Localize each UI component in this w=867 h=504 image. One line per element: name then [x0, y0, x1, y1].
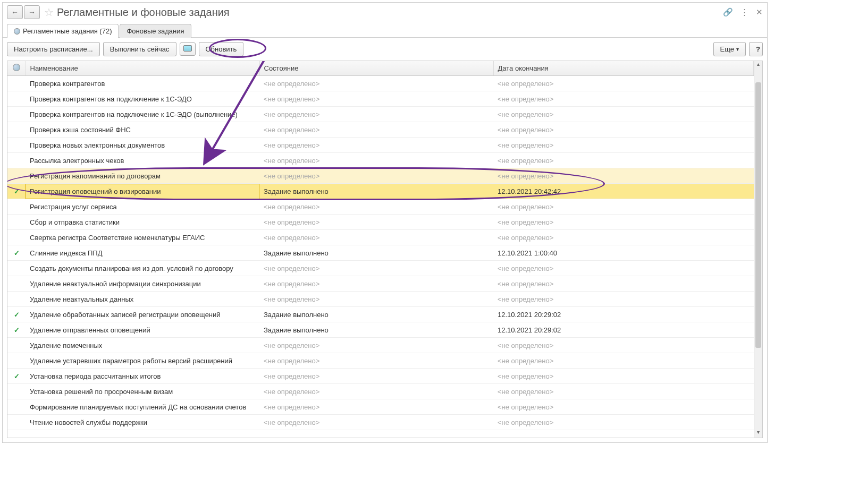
row-status-icon — [7, 76, 26, 91]
tape-view-button[interactable] — [180, 42, 196, 56]
row-date-cell: <не определено> — [493, 230, 754, 245]
table-row[interactable]: Удаление неактуальной информации синхрон… — [7, 276, 754, 292]
row-name-cell: Свертка регистра Соответствие номенклату… — [26, 230, 259, 245]
row-date-cell: <не определено> — [493, 415, 754, 430]
nav-back-button[interactable]: ← — [7, 5, 23, 19]
row-date-cell: <не определено> — [493, 168, 754, 184]
row-status-icon — [7, 107, 26, 122]
table-row[interactable]: ✓Удаление обработанных записей регистрац… — [7, 307, 754, 322]
row-name-cell: Удаление помеченных — [26, 338, 259, 353]
table-row[interactable]: Регистрация напоминаний по договорам<не … — [7, 168, 754, 184]
kebab-menu-icon[interactable]: ⋮ — [740, 7, 748, 17]
row-state-cell: Задание выполнено — [259, 184, 493, 199]
row-date-cell: 12.10.2021 20:29:02 — [493, 307, 754, 322]
row-status-icon: ✓ — [7, 184, 26, 199]
table-row[interactable]: Проверка контрагентов на подключение к 1… — [7, 91, 754, 107]
row-date-cell: <не определено> — [493, 338, 754, 353]
row-state-cell: Задание выполнено — [259, 245, 493, 261]
row-date-cell: <не определено> — [493, 384, 754, 399]
row-date-cell: <не определено> — [493, 122, 754, 138]
row-status-icon — [7, 138, 26, 153]
jobs-table: Наименование Состояние Дата окончания Пр… — [7, 61, 754, 430]
nav-forward-button[interactable]: → — [24, 5, 40, 19]
row-name-cell: Проверка контрагентов на подключение к 1… — [26, 91, 259, 107]
tab-label: Регламентные задания (72) — [23, 27, 112, 35]
row-status-icon — [7, 292, 26, 307]
row-state-cell: <не определено> — [259, 91, 493, 107]
refresh-button[interactable]: Обновить — [199, 42, 244, 56]
row-state-cell: <не определено> — [259, 215, 493, 230]
row-status-icon: ✓ — [7, 322, 26, 338]
chevron-down-icon: ▾ — [736, 46, 739, 52]
row-state-cell: Задание выполнено — [259, 322, 493, 338]
row-status-icon — [7, 384, 26, 399]
row-state-cell: <не определено> — [259, 153, 493, 168]
column-header-name[interactable]: Наименование — [26, 61, 259, 76]
table-row[interactable]: Проверка новых электронных документов<не… — [7, 138, 754, 153]
row-name-cell: Слияние индекса ППД — [26, 245, 259, 261]
row-name-cell: Проверка новых электронных документов — [26, 138, 259, 153]
help-button[interactable]: ? — [749, 42, 763, 56]
row-status-icon: ✓ — [7, 307, 26, 322]
more-button[interactable]: Еще▾ — [713, 42, 746, 56]
tab-background-jobs[interactable]: Фоновые задания — [120, 24, 191, 38]
table-row[interactable]: ✓Удаление отправленных оповещенийЗадание… — [7, 322, 754, 338]
row-name-cell: Формирование планируемых поступлений ДС … — [26, 399, 259, 415]
table-row[interactable]: Проверка контрагентов на подключение к 1… — [7, 107, 754, 122]
table-row[interactable]: Установка решений по просроченным визам<… — [7, 384, 754, 399]
table-row[interactable]: Удаление неактуальных данных<не определе… — [7, 292, 754, 307]
row-name-cell: Чтение новостей службы поддержки — [26, 415, 259, 430]
column-header-icon[interactable] — [7, 61, 26, 76]
row-name-cell: Установка периода рассчитанных итогов — [26, 369, 259, 384]
row-date-cell: <не определено> — [493, 138, 754, 153]
column-header-end-date[interactable]: Дата окончания — [493, 61, 754, 76]
row-status-icon — [7, 91, 26, 107]
table-row[interactable]: Регистрация услуг сервиса<не определено>… — [7, 199, 754, 215]
tab-scheduled-jobs[interactable]: Регламентные задания (72) — [7, 24, 119, 38]
row-name-cell: Проверка контрагентов — [26, 76, 259, 91]
link-icon[interactable]: 🔗 — [723, 7, 733, 17]
table-row[interactable]: Проверка кэша состояний ФНС<не определен… — [7, 122, 754, 138]
scroll-up-button[interactable]: ▴ — [754, 61, 762, 70]
row-state-cell: <не определено> — [259, 168, 493, 184]
row-name-cell: Регистрация оповещений о визировании — [26, 184, 259, 199]
row-status-icon — [7, 153, 26, 168]
close-icon[interactable]: ✕ — [756, 7, 763, 17]
table-row[interactable]: ✓Регистрация оповещений о визированииЗад… — [7, 184, 754, 199]
table-row[interactable]: ✓Слияние индекса ППДЗадание выполнено12.… — [7, 245, 754, 261]
row-date-cell: 12.10.2021 1:00:40 — [493, 245, 754, 261]
row-status-icon — [7, 338, 26, 353]
vertical-scrollbar[interactable]: ▴ ▾ — [754, 61, 762, 438]
row-name-cell: Удаление неактуальной информации синхрон… — [26, 276, 259, 292]
row-date-cell: <не определено> — [493, 399, 754, 415]
row-status-icon — [7, 415, 26, 430]
row-date-cell: <не определено> — [493, 107, 754, 122]
favorite-star-icon[interactable]: ☆ — [44, 6, 54, 19]
scroll-thumb[interactable] — [755, 82, 761, 348]
row-date-cell: <не определено> — [493, 153, 754, 168]
table-row[interactable]: Сбор и отправка статистики<не определено… — [7, 215, 754, 230]
row-name-cell: Регистрация услуг сервиса — [26, 199, 259, 215]
table-row[interactable]: Проверка контрагентов<не определено><не … — [7, 76, 754, 91]
row-date-cell: <не определено> — [493, 353, 754, 369]
row-status-icon: ✓ — [7, 245, 26, 261]
table-row[interactable]: Рассылка электронных чеков<не определено… — [7, 153, 754, 168]
table-row[interactable]: Удаление устаревших параметров работы ве… — [7, 353, 754, 369]
globe-icon — [13, 64, 20, 71]
tape-icon — [183, 45, 192, 52]
row-name-cell: Установка решений по просроченным визам — [26, 384, 259, 399]
table-row[interactable]: ✓Установка периода рассчитанных итогов<н… — [7, 369, 754, 384]
scroll-down-button[interactable]: ▾ — [754, 429, 762, 438]
table-row[interactable]: Свертка регистра Соответствие номенклату… — [7, 230, 754, 245]
run-now-button[interactable]: Выполнить сейчас — [103, 42, 176, 56]
configure-schedule-button[interactable]: Настроить расписание... — [7, 42, 100, 56]
row-state-cell: <не определено> — [259, 338, 493, 353]
table-row[interactable]: Формирование планируемых поступлений ДС … — [7, 399, 754, 415]
table-row[interactable]: Удаление помеченных<не определено><не оп… — [7, 338, 754, 353]
row-name-cell: Регистрация напоминаний по договорам — [26, 168, 259, 184]
table-row[interactable]: Чтение новостей службы поддержки<не опре… — [7, 415, 754, 430]
column-header-state[interactable]: Состояние — [259, 61, 493, 76]
table-row[interactable]: Создать документы планирования из доп. у… — [7, 261, 754, 276]
row-status-icon — [7, 122, 26, 138]
row-status-icon — [7, 230, 26, 245]
